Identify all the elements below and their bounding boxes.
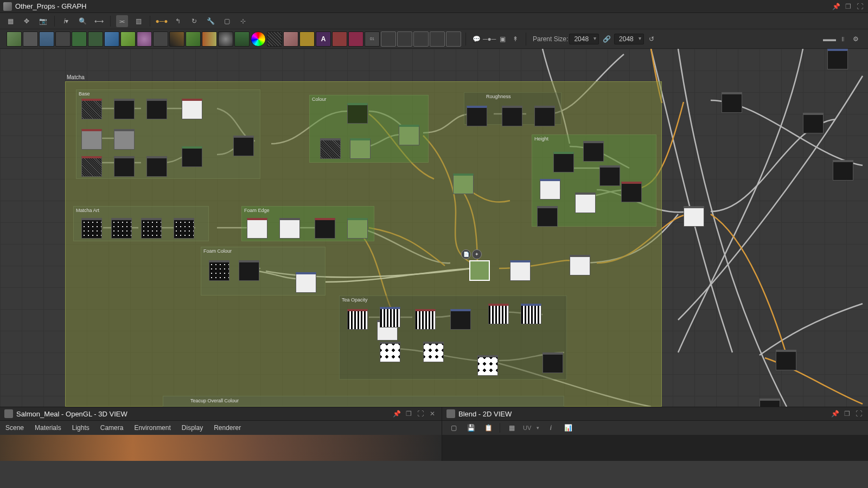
node[interactable]: [583, 141, 604, 162]
canvas-icon[interactable]: ▢: [448, 422, 459, 434]
atomic-levels[interactable]: [299, 31, 315, 47]
hist-icon[interactable]: 📊: [562, 422, 574, 434]
node[interactable]: [423, 342, 444, 362]
node[interactable]: [81, 99, 102, 119]
atomic-normal[interactable]: [332, 31, 347, 47]
node[interactable]: [827, 49, 848, 69]
node[interactable]: [114, 99, 135, 119]
atomic-uniform[interactable]: [169, 31, 184, 47]
node[interactable]: [599, 165, 620, 186]
info2-icon[interactable]: i: [545, 422, 557, 434]
atomic-gradient-map[interactable]: [186, 31, 201, 47]
stack-icon[interactable]: ▥: [132, 15, 144, 27]
refresh-icon[interactable]: ↻: [188, 15, 200, 27]
fit-icon[interactable]: ⟷: [93, 15, 105, 27]
atomic-text[interactable]: A: [316, 31, 331, 47]
node[interactable]: [450, 309, 471, 330]
align-icon[interactable]: ▬▬: [824, 33, 835, 45]
node[interactable]: [467, 106, 487, 126]
atomic-shuffle[interactable]: [55, 31, 71, 47]
atomic-blend[interactable]: [39, 31, 54, 47]
node[interactable]: [141, 218, 162, 239]
node[interactable]: [233, 136, 254, 156]
portal-icon[interactable]: ▣: [496, 33, 508, 45]
viewport-3d[interactable]: [0, 435, 442, 461]
node[interactable]: [510, 260, 531, 281]
node[interactable]: [477, 355, 498, 376]
menu-display[interactable]: Display: [182, 424, 203, 432]
atomic-gradient[interactable]: [202, 31, 217, 47]
node[interactable]: [542, 352, 563, 373]
pin-node-icon[interactable]: ─●─: [483, 33, 495, 45]
crop-icon[interactable]: ⊹: [237, 15, 249, 27]
atomic-grayscale[interactable]: [218, 31, 233, 47]
restore-icon[interactable]: ❐: [843, 2, 853, 11]
atomic-histogram[interactable]: [234, 31, 250, 47]
node[interactable]: [453, 174, 474, 194]
node[interactable]: [239, 260, 259, 281]
menu-materials[interactable]: Materials: [35, 424, 61, 432]
atomic-transform[interactable]: [104, 31, 119, 47]
maximize-icon[interactable]: ⛶: [854, 409, 864, 419]
node[interactable]: [684, 206, 704, 227]
settings-icon[interactable]: ⚙: [850, 33, 861, 45]
node[interactable]: [81, 218, 102, 239]
atomic-blur[interactable]: [88, 31, 103, 47]
node[interactable]: [488, 304, 509, 324]
parent-width-dropdown[interactable]: 2048: [569, 34, 599, 44]
menu-environment[interactable]: Environment: [134, 424, 170, 432]
reset-size-icon[interactable]: ↺: [645, 33, 658, 46]
atomic-noise[interactable]: [267, 31, 282, 47]
atomic-out-4[interactable]: [430, 31, 445, 47]
move-icon[interactable]: ✥: [21, 15, 33, 27]
comment-icon[interactable]: 💬: [470, 33, 482, 45]
node[interactable]: [111, 218, 132, 239]
atomic-out-5[interactable]: [446, 31, 461, 47]
node[interactable]: [247, 218, 267, 239]
node[interactable]: [146, 99, 167, 119]
atomic-out-3[interactable]: [413, 31, 429, 47]
atomic-bitmap[interactable]: [7, 31, 22, 47]
split-icon[interactable]: ↰: [172, 15, 184, 27]
subframe-base[interactable]: Base: [76, 89, 260, 179]
pin-icon[interactable]: 📌: [830, 409, 840, 419]
node[interactable]: [553, 152, 574, 172]
atomic-sharpen[interactable]: [348, 31, 363, 47]
connector-icon[interactable]: ●─●: [156, 15, 168, 27]
atomic-pixel[interactable]: 01: [365, 31, 380, 47]
distribute-icon[interactable]: ⫴: [837, 33, 848, 45]
node[interactable]: [575, 192, 596, 213]
menu-camera[interactable]: Camera: [100, 424, 124, 432]
badge-fx-icon[interactable]: ✦: [472, 249, 482, 259]
node[interactable]: [347, 309, 368, 330]
node[interactable]: [182, 146, 202, 167]
node[interactable]: [347, 218, 368, 239]
camera-icon[interactable]: 📷: [37, 15, 49, 27]
node[interactable]: [776, 350, 796, 370]
subframe-teacup[interactable]: Teacup Overall Colour: [163, 396, 564, 407]
node[interactable]: [502, 106, 522, 126]
node[interactable]: [81, 156, 102, 177]
node[interactable]: [570, 255, 590, 275]
node[interactable]: [537, 206, 558, 227]
node[interactable]: [521, 304, 541, 324]
atomic-shape[interactable]: [137, 31, 152, 47]
node[interactable]: [174, 218, 194, 239]
node[interactable]: [760, 399, 780, 407]
maximize-icon[interactable]: ⛶: [416, 409, 425, 419]
atomic-warp[interactable]: [283, 31, 298, 47]
channel-icon[interactable]: ▦: [506, 422, 518, 434]
node[interactable]: [350, 138, 371, 159]
menu-scene[interactable]: Scene: [5, 424, 24, 432]
node[interactable]: [146, 156, 167, 177]
node[interactable]: [347, 103, 368, 124]
expose-icon[interactable]: ↟: [509, 33, 521, 45]
atomic-curve[interactable]: [72, 31, 87, 47]
info-icon[interactable]: i▾: [60, 15, 72, 27]
save-icon[interactable]: 💾: [465, 422, 477, 434]
node[interactable]: [803, 113, 824, 133]
restore-icon[interactable]: ❐: [842, 409, 852, 419]
wrench-icon[interactable]: 🔧: [205, 15, 216, 27]
node[interactable]: [380, 342, 400, 362]
node[interactable]: [296, 272, 316, 293]
